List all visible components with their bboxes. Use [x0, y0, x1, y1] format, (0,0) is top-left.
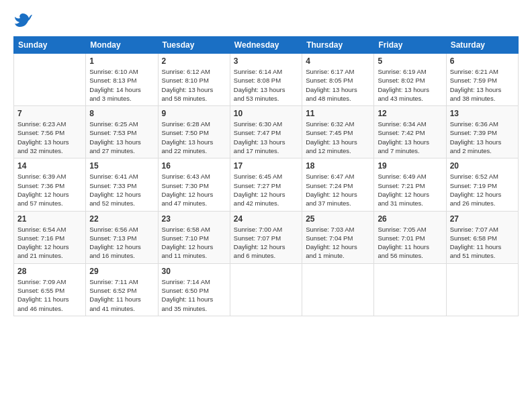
- calendar-cell: 30Sunrise: 7:14 AMSunset: 6:50 PMDayligh…: [158, 263, 230, 316]
- day-info: Sunrise: 7:05 AMSunset: 7:01 PMDaylight:…: [378, 225, 442, 261]
- day-info: Sunrise: 6:25 AMSunset: 7:53 PMDaylight:…: [89, 120, 154, 155]
- day-number: 15: [89, 161, 154, 171]
- logo: [13, 11, 35, 30]
- calendar-header-saturday: Saturday: [446, 37, 518, 54]
- day-info: Sunrise: 6:12 AMSunset: 8:10 PMDaylight:…: [162, 67, 226, 103]
- day-info: Sunrise: 6:17 AMSunset: 8:05 PMDaylight:…: [306, 67, 370, 103]
- calendar-cell: 22Sunrise: 6:56 AMSunset: 7:13 PMDayligh…: [86, 211, 158, 263]
- day-info: Sunrise: 6:32 AMSunset: 7:45 PMDaylight:…: [306, 120, 370, 155]
- day-number: 26: [378, 214, 442, 224]
- calendar-cell: 27Sunrise: 7:07 AMSunset: 6:58 PMDayligh…: [446, 211, 518, 263]
- calendar-cell: 26Sunrise: 7:05 AMSunset: 7:01 PMDayligh…: [374, 211, 446, 263]
- day-info: Sunrise: 6:49 AMSunset: 7:21 PMDaylight:…: [378, 172, 442, 208]
- calendar-header-wednesday: Wednesday: [230, 37, 302, 54]
- calendar-header-sunday: Sunday: [14, 37, 86, 54]
- day-number: 2: [162, 56, 226, 66]
- day-info: Sunrise: 6:14 AMSunset: 8:08 PMDaylight:…: [234, 67, 298, 103]
- day-number: 22: [89, 214, 154, 224]
- calendar-week-0: 1Sunrise: 6:10 AMSunset: 8:13 PMDaylight…: [14, 54, 519, 106]
- day-number: 6: [450, 56, 515, 66]
- day-number: 7: [17, 109, 82, 118]
- calendar-cell: 14Sunrise: 6:39 AMSunset: 7:36 PMDayligh…: [14, 158, 86, 211]
- day-info: Sunrise: 6:30 AMSunset: 7:47 PMDaylight:…: [234, 120, 298, 155]
- day-number: 10: [234, 109, 298, 118]
- calendar-cell: 1Sunrise: 6:10 AMSunset: 8:13 PMDaylight…: [86, 54, 158, 106]
- calendar-cell: [14, 54, 86, 106]
- day-info: Sunrise: 6:36 AMSunset: 7:39 PMDaylight:…: [450, 120, 515, 155]
- calendar-cell: 28Sunrise: 7:09 AMSunset: 6:55 PMDayligh…: [14, 263, 86, 316]
- day-number: 3: [234, 56, 298, 66]
- day-info: Sunrise: 6:34 AMSunset: 7:42 PMDaylight:…: [378, 120, 442, 155]
- page: SundayMondayTuesdayWednesdayThursdayFrid…: [0, 0, 532, 411]
- day-number: 1: [89, 56, 154, 66]
- calendar-cell: 3Sunrise: 6:14 AMSunset: 8:08 PMDaylight…: [230, 54, 302, 106]
- day-number: 28: [17, 267, 82, 276]
- calendar-cell: 2Sunrise: 6:12 AMSunset: 8:10 PMDaylight…: [158, 54, 230, 106]
- calendar-cell: [302, 263, 374, 316]
- calendar-header-thursday: Thursday: [302, 37, 374, 54]
- calendar-cell: [374, 263, 446, 316]
- day-number: 30: [162, 267, 226, 276]
- day-info: Sunrise: 7:00 AMSunset: 7:07 PMDaylight:…: [234, 225, 298, 261]
- calendar-cell: 20Sunrise: 6:52 AMSunset: 7:19 PMDayligh…: [446, 158, 518, 211]
- day-info: Sunrise: 6:21 AMSunset: 7:59 PMDaylight:…: [450, 67, 515, 103]
- logo-bird-icon: [13, 11, 32, 30]
- day-number: 11: [306, 109, 370, 118]
- day-info: Sunrise: 6:10 AMSunset: 8:13 PMDaylight:…: [89, 67, 154, 103]
- calendar-cell: 9Sunrise: 6:28 AMSunset: 7:50 PMDaylight…: [158, 106, 230, 158]
- calendar-cell: 13Sunrise: 6:36 AMSunset: 7:39 PMDayligh…: [446, 106, 518, 158]
- calendar-header-tuesday: Tuesday: [158, 37, 230, 54]
- calendar-cell: 16Sunrise: 6:43 AMSunset: 7:30 PMDayligh…: [158, 158, 230, 211]
- calendar-cell: [230, 263, 302, 316]
- calendar-cell: 7Sunrise: 6:23 AMSunset: 7:56 PMDaylight…: [14, 106, 86, 158]
- calendar-header-friday: Friday: [374, 37, 446, 54]
- calendar-cell: 10Sunrise: 6:30 AMSunset: 7:47 PMDayligh…: [230, 106, 302, 158]
- calendar-week-1: 7Sunrise: 6:23 AMSunset: 7:56 PMDaylight…: [14, 106, 519, 158]
- day-info: Sunrise: 6:58 AMSunset: 7:10 PMDaylight:…: [162, 225, 226, 261]
- calendar-cell: 6Sunrise: 6:21 AMSunset: 7:59 PMDaylight…: [446, 54, 518, 106]
- day-info: Sunrise: 6:52 AMSunset: 7:19 PMDaylight:…: [450, 172, 515, 208]
- calendar-cell: 8Sunrise: 6:25 AMSunset: 7:53 PMDaylight…: [86, 106, 158, 158]
- calendar-cell: 4Sunrise: 6:17 AMSunset: 8:05 PMDaylight…: [302, 54, 374, 106]
- day-number: 17: [234, 161, 298, 171]
- calendar-cell: 23Sunrise: 6:58 AMSunset: 7:10 PMDayligh…: [158, 211, 230, 263]
- calendar-cell: 24Sunrise: 7:00 AMSunset: 7:07 PMDayligh…: [230, 211, 302, 263]
- calendar-cell: 17Sunrise: 6:45 AMSunset: 7:27 PMDayligh…: [230, 158, 302, 211]
- day-number: 23: [162, 214, 226, 224]
- day-number: 27: [450, 214, 515, 224]
- day-info: Sunrise: 6:23 AMSunset: 7:56 PMDaylight:…: [17, 120, 82, 155]
- calendar-cell: 18Sunrise: 6:47 AMSunset: 7:24 PMDayligh…: [302, 158, 374, 211]
- day-info: Sunrise: 7:14 AMSunset: 6:50 PMDaylight:…: [162, 277, 226, 313]
- calendar-cell: 25Sunrise: 7:03 AMSunset: 7:04 PMDayligh…: [302, 211, 374, 263]
- day-info: Sunrise: 6:47 AMSunset: 7:24 PMDaylight:…: [306, 172, 370, 208]
- day-number: 18: [306, 161, 370, 171]
- day-info: Sunrise: 7:03 AMSunset: 7:04 PMDaylight:…: [306, 225, 370, 261]
- calendar-cell: 15Sunrise: 6:41 AMSunset: 7:33 PMDayligh…: [86, 158, 158, 211]
- day-number: 19: [378, 161, 442, 171]
- day-number: 4: [306, 56, 370, 66]
- calendar-header-row: SundayMondayTuesdayWednesdayThursdayFrid…: [14, 37, 519, 54]
- header: [13, 11, 519, 30]
- day-info: Sunrise: 6:39 AMSunset: 7:36 PMDaylight:…: [17, 172, 82, 208]
- day-info: Sunrise: 7:11 AMSunset: 6:52 PMDaylight:…: [89, 277, 154, 313]
- calendar-cell: 12Sunrise: 6:34 AMSunset: 7:42 PMDayligh…: [374, 106, 446, 158]
- calendar-cell: 19Sunrise: 6:49 AMSunset: 7:21 PMDayligh…: [374, 158, 446, 211]
- day-number: 16: [162, 161, 226, 171]
- day-info: Sunrise: 7:09 AMSunset: 6:55 PMDaylight:…: [17, 277, 82, 313]
- day-info: Sunrise: 7:07 AMSunset: 6:58 PMDaylight:…: [450, 225, 515, 261]
- calendar-cell: 21Sunrise: 6:54 AMSunset: 7:16 PMDayligh…: [14, 211, 86, 263]
- day-info: Sunrise: 6:43 AMSunset: 7:30 PMDaylight:…: [162, 172, 226, 208]
- day-number: 14: [17, 161, 82, 171]
- calendar-week-2: 14Sunrise: 6:39 AMSunset: 7:36 PMDayligh…: [14, 158, 519, 211]
- calendar: SundayMondayTuesdayWednesdayThursdayFrid…: [13, 36, 519, 316]
- day-number: 20: [450, 161, 515, 171]
- day-number: 24: [234, 214, 298, 224]
- day-number: 21: [17, 214, 82, 224]
- day-number: 12: [378, 109, 442, 118]
- day-info: Sunrise: 6:54 AMSunset: 7:16 PMDaylight:…: [17, 225, 82, 261]
- day-number: 25: [306, 214, 370, 224]
- calendar-week-4: 28Sunrise: 7:09 AMSunset: 6:55 PMDayligh…: [14, 263, 519, 316]
- calendar-cell: [446, 263, 518, 316]
- day-number: 13: [450, 109, 515, 118]
- day-info: Sunrise: 6:56 AMSunset: 7:13 PMDaylight:…: [89, 225, 154, 261]
